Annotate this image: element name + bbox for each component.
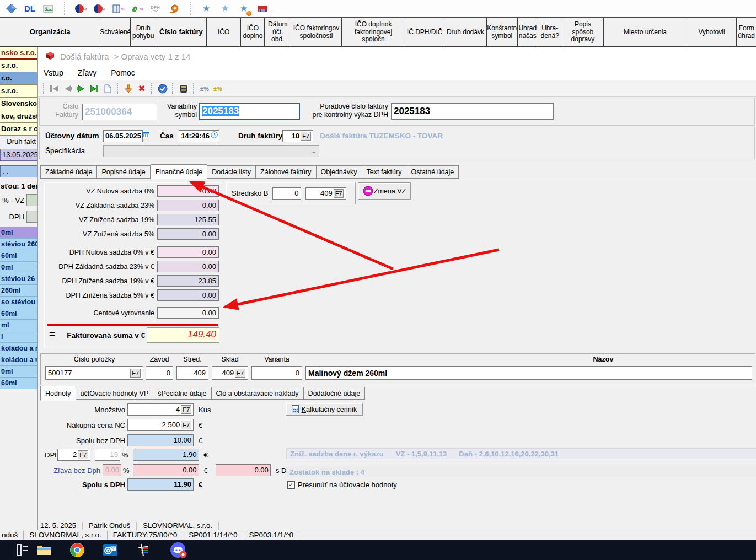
druh-faktury-field[interactable]: 10F7 bbox=[282, 130, 313, 142]
sklad-field[interactable]: 409F7 bbox=[212, 366, 248, 380]
archive-icon[interactable] bbox=[177, 83, 190, 95]
col-organizacia[interactable]: Organizácia bbox=[0, 18, 100, 46]
discord-icon[interactable] bbox=[170, 542, 185, 558]
tab-financne-udaje[interactable]: Finančné údaje bbox=[151, 164, 207, 179]
last-record-icon[interactable] bbox=[88, 83, 101, 95]
chrome-icon[interactable] bbox=[69, 542, 85, 558]
product-row[interactable]: koládou a r bbox=[0, 354, 37, 366]
product-row[interactable]: 60ml bbox=[0, 250, 37, 262]
f7-hint[interactable]: F7 bbox=[301, 132, 311, 141]
star-flame-icon[interactable]: ★ bbox=[237, 2, 250, 15]
outlook-icon[interactable] bbox=[103, 542, 118, 558]
tab-text-faktury[interactable]: Text faktúry bbox=[362, 165, 407, 179]
spinner-diamond-icon[interactable] bbox=[4, 2, 18, 15]
col-konstantny-symbol[interactable]: Konštantn symbol bbox=[487, 18, 518, 46]
org-row[interactable]: s.r.o. bbox=[0, 85, 37, 98]
col-uhradena[interactable]: Uhra- dená? bbox=[538, 18, 562, 46]
f7-hint[interactable]: F7 bbox=[235, 369, 245, 378]
col-cislo-faktury[interactable]: Číslo faktúry bbox=[156, 18, 207, 46]
date-filter-field[interactable]: 13.05.2025 bbox=[0, 149, 37, 161]
org-row[interactable]: Slovensko, bbox=[0, 98, 37, 110]
stredisko-field-1[interactable]: 0 bbox=[272, 187, 301, 200]
product-row[interactable]: stéviou 26 bbox=[0, 273, 37, 285]
f7-hint[interactable]: F7 bbox=[78, 450, 88, 459]
new-page-icon[interactable] bbox=[101, 83, 114, 95]
uctovny-datum-field[interactable]: 06.05.2025 bbox=[103, 130, 143, 142]
col-vyhotovil[interactable]: Vyhotovil bbox=[687, 18, 737, 46]
vz-nulova-field[interactable]: 0.00 bbox=[157, 185, 219, 197]
col-druh-dodavky[interactable]: Druh dodávk bbox=[444, 18, 487, 46]
vat-grey-icon[interactable]: DPH bbox=[149, 2, 162, 15]
taskbar-pinned-icon[interactable] bbox=[15, 542, 31, 558]
col-schvalene[interactable]: Schválené bbox=[100, 18, 131, 46]
vat-book-icon[interactable]: DPH bbox=[111, 2, 125, 15]
dph-filter-box[interactable] bbox=[26, 211, 37, 223]
percent-minus-icon[interactable]: ±% bbox=[198, 83, 211, 95]
star-outline-icon[interactable]: ★ bbox=[218, 2, 232, 15]
zavod-field[interactable]: 0 bbox=[146, 366, 173, 380]
product-row-selected[interactable]: 0ml bbox=[0, 227, 37, 239]
file-explorer-icon[interactable] bbox=[36, 542, 52, 558]
org-row-selected[interactable]: r.o. bbox=[0, 72, 37, 85]
dph-znizena5-field[interactable]: 0.00 bbox=[157, 289, 219, 301]
vat-transfer-icon-1[interactable]: xDPH bbox=[74, 2, 87, 15]
tab-dodatocne-udaje[interactable]: Dodatočné údaje bbox=[304, 387, 366, 400]
menu-vstup[interactable]: Vstup bbox=[44, 68, 63, 77]
product-row[interactable]: stéviou 260 bbox=[0, 239, 37, 250]
org-row[interactable]: Doraz s r o bbox=[0, 123, 37, 136]
comet-icon[interactable] bbox=[168, 2, 181, 15]
product-row[interactable]: l bbox=[0, 331, 37, 343]
col-ico-doplno[interactable]: IČO doplno bbox=[241, 18, 265, 46]
spolu-bez-dph-field[interactable]: 10.00 bbox=[127, 434, 194, 446]
f7-hint[interactable]: F7 bbox=[334, 189, 344, 198]
centove-vyrovnanie-field[interactable]: 0.00 bbox=[157, 307, 219, 319]
delete-icon[interactable]: ✖ bbox=[135, 83, 148, 95]
vat-clip-icon[interactable]: DPH bbox=[130, 2, 143, 15]
nakupna-cena-field[interactable]: 2.500F7 bbox=[127, 419, 194, 431]
col-popis-dopravy[interactable]: Popis spôsob dopravy bbox=[562, 18, 604, 46]
tab-zalohove-faktury[interactable]: Zálohové faktúry bbox=[256, 165, 316, 179]
percent-plus-icon[interactable]: ±% bbox=[211, 83, 224, 95]
star-solid-icon[interactable]: ★ bbox=[200, 2, 213, 15]
kalkulacny-cennik-button[interactable]: Kalkulačný cenník bbox=[286, 403, 363, 416]
col-uhrad-nacas[interactable]: Uhrad načas bbox=[518, 18, 538, 46]
tab-popisne-udaje[interactable]: Popisné údaje bbox=[97, 165, 150, 179]
vat-transfer-icon-2[interactable]: xDPH bbox=[93, 2, 106, 15]
tab-dodacie-listy[interactable]: Dodacie listy bbox=[207, 165, 256, 179]
tab-objednavky[interactable]: Objednávky bbox=[317, 165, 362, 179]
tab-uctovacie-hodnoty[interactable]: účtOvacie hodnoty VP bbox=[76, 387, 154, 400]
first-record-icon[interactable] bbox=[48, 83, 61, 95]
col-miesto-urcenia[interactable]: Miesto určenia bbox=[604, 18, 687, 46]
product-row[interactable]: koládou a r bbox=[0, 343, 37, 354]
vz-filter-box[interactable] bbox=[26, 194, 37, 206]
product-row[interactable]: so stéviou bbox=[0, 297, 37, 308]
menu-zlavy[interactable]: Zľavy bbox=[78, 68, 96, 77]
tab-zakladne-udaje[interactable]: Základné údaje bbox=[40, 165, 97, 179]
poradove-cislo-field[interactable]: 2025183 bbox=[391, 103, 554, 120]
dph-percent-field[interactable]: 19 bbox=[95, 449, 120, 461]
machine-icon[interactable] bbox=[256, 2, 269, 15]
cislo-faktury-field[interactable]: 251000364 bbox=[82, 104, 157, 120]
org-row[interactable]: kov, družst bbox=[0, 110, 37, 123]
tab-hodnoty[interactable]: Hodnoty bbox=[40, 386, 76, 401]
cislo-polozky-field[interactable]: 500177F7 bbox=[45, 366, 143, 380]
f7-hint[interactable]: F7 bbox=[181, 421, 191, 429]
cas-field[interactable]: 14:29:46 bbox=[179, 130, 219, 142]
col-ico[interactable]: IČO bbox=[207, 18, 242, 46]
window-title-bar[interactable]: Došlá faktúra -> Oprava vety 1 z 14 bbox=[38, 47, 756, 66]
f7-hint[interactable]: F7 bbox=[130, 369, 141, 378]
product-row[interactable]: 0ml bbox=[0, 262, 37, 273]
vz-znizena19-field[interactable]: 125.55 bbox=[157, 214, 219, 225]
clock-icon[interactable] bbox=[211, 131, 218, 142]
dph-nulova-field[interactable]: 0.00 bbox=[157, 246, 219, 258]
col-ico-doplnok-faktoring[interactable]: IČO doplnok faktoringovej spoločn bbox=[342, 18, 406, 46]
ok-check-icon[interactable] bbox=[156, 83, 169, 95]
tab-specialne-udaje[interactable]: šPeciálne údaje bbox=[153, 387, 211, 400]
vz-zakladna-field[interactable]: 0.00 bbox=[157, 200, 219, 211]
next-record-icon[interactable] bbox=[74, 83, 88, 95]
spolu-s-dph-field[interactable]: 11.90 bbox=[127, 478, 194, 491]
save-down-icon[interactable] bbox=[122, 83, 135, 95]
product-row[interactable]: 260ml bbox=[0, 285, 37, 297]
product-row[interactable]: ml bbox=[0, 320, 37, 331]
date-filter-field-2[interactable]: . . bbox=[0, 165, 37, 177]
